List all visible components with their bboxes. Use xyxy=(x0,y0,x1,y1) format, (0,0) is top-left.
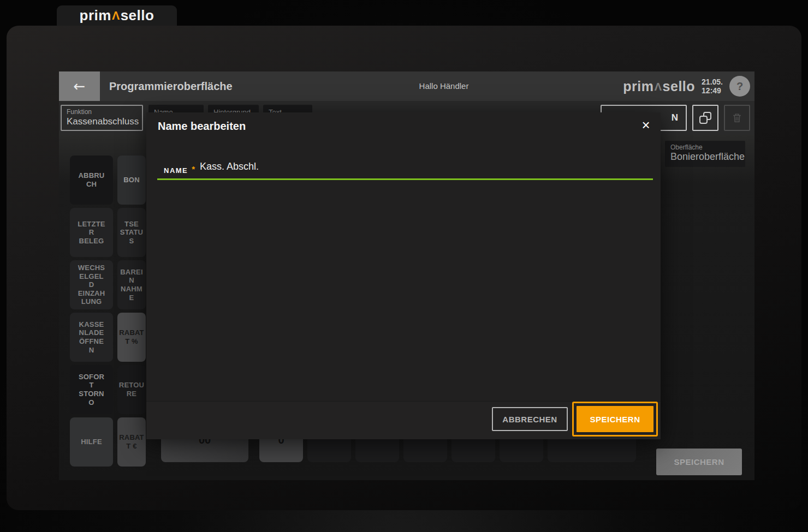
question-icon: ? xyxy=(736,80,743,92)
grid-button-retoure[interactable]: RETOURE xyxy=(117,365,146,414)
primasello-logo: primΛsello xyxy=(80,7,155,24)
funktion-label: Funktion xyxy=(67,108,137,116)
partial-action-label: N xyxy=(672,112,678,123)
greeting-text: Hallo Händler xyxy=(378,71,509,101)
name-input[interactable] xyxy=(200,157,637,176)
name-input-label: NAME* xyxy=(164,165,195,175)
date-text: 21.05. xyxy=(702,77,723,86)
function-grid: ABBRUCH BON LETZTER BELEG TSE STATUS WEC… xyxy=(70,156,146,467)
name-label-text: NAME xyxy=(164,166,188,175)
grid-button-hilfe[interactable]: HILFE xyxy=(70,417,113,467)
funktion-selector[interactable]: Funktion Kassenabschluss xyxy=(61,105,143,131)
back-button[interactable]: ← xyxy=(59,71,100,101)
funktion-value: Kassenabschluss xyxy=(67,116,137,127)
required-asterisk: * xyxy=(192,164,195,174)
primasello-logo-header: primΛsello xyxy=(623,79,695,94)
header-bar: ← Programmieroberfläche Hallo Händler pr… xyxy=(59,71,754,101)
logo-lambda-icon: Λ xyxy=(654,80,662,93)
close-button[interactable]: × xyxy=(637,116,655,134)
browser-tab: primΛsello xyxy=(57,5,177,26)
logo-suffix: sello xyxy=(663,79,695,94)
grid-button-sofort-storno[interactable]: SOFORT STORNO xyxy=(70,365,113,414)
grid-button-rabatt-prozent[interactable]: RABATT % xyxy=(117,313,146,362)
grid-button-bon[interactable]: BON xyxy=(117,156,146,205)
logo-lambda-icon: Λ xyxy=(112,9,120,22)
help-button[interactable]: ? xyxy=(729,76,750,97)
oberflaeche-value: Bonieroberfläche xyxy=(670,151,740,163)
edit-name-dialog: Name bearbeiten × NAME* ABBRECHEN SPEICH… xyxy=(146,112,661,439)
screen: primΛsello ← Programmieroberfläche Hallo… xyxy=(0,0,808,532)
grid-button-abbruch[interactable]: ABBRUCH xyxy=(70,156,113,205)
time-text: 12:49 xyxy=(702,86,723,95)
page-title: Programmieroberfläche xyxy=(109,71,233,101)
datetime: 21.05. 12:49 xyxy=(702,77,723,95)
copy-icon xyxy=(699,112,711,124)
grid-button-kassenlade-oeffnen[interactable]: KASSENLADE ÖFFNEN xyxy=(70,313,113,362)
back-arrow-icon: ← xyxy=(74,78,86,94)
close-icon: × xyxy=(641,117,650,133)
grid-button-bareinnahme[interactable]: BAREIN NAHME xyxy=(117,260,146,309)
input-underline xyxy=(157,178,653,180)
dialog-title: Name bearbeiten xyxy=(158,120,246,133)
trash-icon xyxy=(731,112,743,124)
logo-prefix: prim xyxy=(80,7,111,23)
grid-button-rabatt-euro[interactable]: RABATT € xyxy=(117,417,146,467)
delete-button[interactable] xyxy=(724,105,750,131)
app-window: ← Programmieroberfläche Hallo Händler pr… xyxy=(7,26,801,510)
duplicate-button[interactable] xyxy=(692,105,718,131)
oberflaeche-field[interactable]: Oberfläche Bonieroberfläche xyxy=(665,141,745,167)
save-button-focus-ring: SPEICHERN xyxy=(572,402,658,437)
grid-button-wechselgeld-einzahlung[interactable]: WECHSELGELD EINZAHLUNG xyxy=(70,260,113,309)
panel-save-button[interactable]: SPEICHERN xyxy=(656,449,742,475)
cancel-button[interactable]: ABBRECHEN xyxy=(492,407,568,431)
header-right-group: primΛsello 21.05. 12:49 ? xyxy=(623,71,750,101)
save-button[interactable]: SPEICHERN xyxy=(577,406,653,432)
logo-suffix: sello xyxy=(121,7,155,23)
grid-button-letzter-beleg[interactable]: LETZTER BELEG xyxy=(70,208,113,257)
logo-prefix: prim xyxy=(623,79,653,94)
grid-button-tse-status[interactable]: TSE STATUS xyxy=(117,208,146,257)
oberflaeche-label: Oberfläche xyxy=(670,144,740,151)
